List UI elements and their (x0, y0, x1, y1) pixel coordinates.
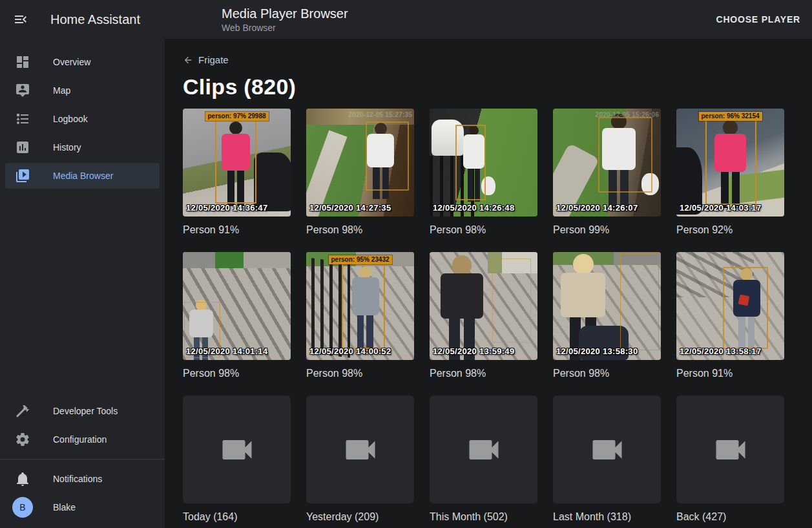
camera-osd-timestamp: 2020-12-05 15:27:35 (348, 111, 412, 118)
sidebar-item-media-browser[interactable]: Media Browser (5, 163, 160, 189)
sidebar-item-history[interactable]: History (5, 134, 160, 160)
camera-osd-timestamp: 2020-12-05 15:26:06 (595, 111, 659, 118)
clip-thumbnail: person: 96% 32154 12/05/2020 14:03:17 (676, 109, 784, 216)
detection-label: person: 97% 29988 (205, 112, 268, 121)
video-icon (588, 430, 627, 469)
clip-card[interactable]: 12/05/2020 14:26:48 Person 98% (430, 109, 537, 237)
clip-card[interactable]: 12/05/2020 13:58:17 Person 91% (676, 252, 784, 380)
clip-card[interactable]: 12/05/2020 14:01:14 Person 98% (183, 252, 291, 380)
folder-card-back[interactable]: Back (427) (676, 396, 784, 523)
sidebar-item-developer-tools[interactable]: Developer Tools (5, 398, 160, 424)
sidebar-item-label: Notifications (53, 474, 102, 484)
detection-bbox (598, 117, 652, 193)
sidebar-item-configuration[interactable]: Configuration (5, 427, 160, 452)
arrow-left-icon (183, 55, 193, 65)
clip-thumbnail: 2020-12-05 15:26:06 12/05/2020 14:26:07 (553, 109, 661, 216)
clip-thumbnail: 12/05/2020 14:01:14 (183, 252, 291, 360)
detection-bbox (620, 253, 659, 350)
sidebar-item-label: Logbook (53, 114, 88, 124)
sidebar-item-user-profile[interactable]: B Blake (5, 494, 160, 520)
sidebar-item-logbook[interactable]: Logbook (5, 106, 160, 132)
clip-card[interactable]: person: 97% 29988 12/05/2020 14:36:47 Pe… (183, 109, 291, 237)
clip-thumbnail: 12/05/2020 13:58:17 (676, 252, 784, 360)
video-icon (341, 430, 380, 469)
clip-card[interactable]: 2020-12-05 15:27:35 12/05/2020 14:27:35 … (306, 109, 414, 237)
clip-card[interactable]: person: 95% 23432 12/05/2020 14:00:52 Pe… (306, 252, 414, 380)
sidebar-item-overview[interactable]: Overview (5, 49, 160, 75)
app-title: Home Assistant (50, 12, 140, 27)
clip-card[interactable]: 12/05/2020 13:58:30 Person 98% (553, 252, 661, 380)
breadcrumb-back-frigate[interactable]: Frigate (183, 54, 229, 65)
clip-caption: Person 98% (306, 368, 414, 380)
person-figure (433, 255, 491, 358)
folder-card-today[interactable]: Today (164) (183, 396, 291, 523)
clip-caption: Person 98% (553, 368, 661, 380)
sidebar-item-notifications[interactable]: Notifications (5, 466, 160, 492)
clips-grid: person: 97% 29988 12/05/2020 14:36:47 Pe… (165, 100, 812, 523)
hammer-icon (15, 403, 30, 419)
folder-caption: Last Month (318) (553, 511, 661, 523)
folder-thumbnail (306, 396, 414, 503)
folder-caption: Today (164) (183, 511, 291, 523)
timestamp-overlay: 12/05/2020 14:27:35 (309, 203, 391, 213)
folder-caption: Yesterday (209) (306, 511, 414, 523)
breadcrumb-label: Frigate (198, 54, 229, 65)
timestamp-overlay: 12/05/2020 14:01:14 (186, 346, 267, 356)
app-header-left: Home Assistant (0, 4, 165, 35)
clip-caption: Person 92% (676, 224, 784, 237)
video-icon (711, 430, 750, 469)
avatar: B (12, 497, 33, 518)
detection-bbox (455, 125, 486, 200)
folder-thumbnail (430, 396, 537, 503)
page-subtitle: Web Browser (222, 23, 348, 33)
detection-bbox (342, 263, 385, 350)
choose-player-button[interactable]: CHOOSE PLAYER (705, 8, 812, 31)
sidebar-divider (0, 459, 165, 459)
app-header: Home Assistant Media Player Browser Web … (0, 0, 812, 39)
timestamp-overlay: 12/05/2020 13:58:30 (556, 346, 638, 356)
folder-card-last-month[interactable]: Last Month (318) (553, 396, 661, 523)
detection-label: person: 95% 23432 (328, 255, 391, 264)
folder-thumbnail (676, 396, 784, 503)
timestamp-overlay: 12/05/2020 13:59:49 (433, 346, 514, 356)
timestamp-overlay: 12/05/2020 14:26:48 (433, 203, 514, 213)
timestamp-overlay: 12/05/2020 14:00:52 (309, 346, 391, 356)
sidebar-item-map[interactable]: Map (5, 78, 160, 103)
detection-bbox (366, 121, 409, 191)
folder-card-this-month[interactable]: This Month (502) (430, 396, 537, 523)
clip-card[interactable]: 2020-12-05 15:26:06 12/05/2020 14:26:07 … (553, 109, 661, 237)
sidebar-item-label: Configuration (53, 434, 107, 445)
sidebar-item-label: Overview (53, 57, 90, 67)
content-header: Frigate Clips (820) (165, 39, 812, 100)
clip-thumbnail: person: 97% 29988 12/05/2020 14:36:47 (183, 109, 291, 216)
clip-thumbnail: 12/05/2020 14:26:48 (430, 109, 537, 216)
sidebar-item-label: Map (53, 85, 70, 96)
clip-caption: Person 91% (183, 224, 291, 237)
chart-box-icon (15, 140, 30, 155)
clip-card[interactable]: person: 96% 32154 12/05/2020 14:03:17 Pe… (676, 109, 784, 237)
tooltip-account-icon (15, 83, 30, 98)
detection-bbox (492, 259, 531, 343)
video-icon (218, 430, 256, 469)
timestamp-overlay: 12/05/2020 14:26:07 (556, 203, 638, 213)
detection-bbox (215, 117, 256, 204)
page-heading: Media Player Browser Web Browser (222, 6, 348, 33)
clips-title: Clips (820) (183, 74, 812, 100)
folder-card-yesterday[interactable]: Yesterday (209) (306, 396, 414, 523)
folder-caption: Back (427) (676, 511, 784, 523)
sidebar-toggle-button[interactable] (5, 4, 36, 35)
clip-caption: Person 98% (183, 368, 291, 380)
clip-card[interactable]: 12/05/2020 13:59:49 Person 98% (430, 252, 537, 380)
folder-thumbnail (553, 396, 661, 503)
sidebar-item-label: Media Browser (53, 171, 113, 181)
clip-caption: Person 98% (306, 224, 414, 237)
sidebar-item-label: History (53, 142, 81, 153)
view-dashboard-icon (15, 54, 30, 70)
media-browser-content: Frigate Clips (820) person: 97% 29988 12… (165, 39, 812, 528)
clip-thumbnail: 2020-12-05 15:27:35 12/05/2020 14:27:35 (306, 109, 414, 216)
play-box-multiple-icon (15, 168, 30, 184)
timestamp-overlay: 12/05/2020 14:36:47 (186, 203, 267, 213)
video-icon (464, 430, 503, 469)
folder-caption: This Month (502) (430, 511, 537, 523)
detection-bbox (723, 267, 768, 349)
